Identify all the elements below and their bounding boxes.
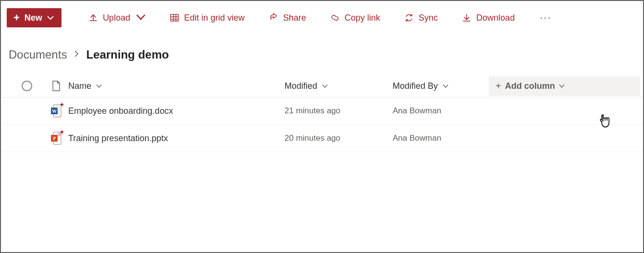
upload-label: Upload	[103, 13, 130, 23]
chevron-down-icon	[136, 12, 146, 24]
share-icon	[269, 13, 278, 23]
copy-link-button[interactable]: Copy link	[323, 9, 387, 27]
download-label: Download	[476, 13, 515, 23]
download-button[interactable]: Download	[455, 9, 521, 27]
link-icon	[330, 13, 340, 23]
more-actions-button[interactable]: ···	[532, 8, 559, 28]
plus-icon: +	[13, 12, 20, 23]
download-icon	[462, 13, 471, 23]
sync-label: Sync	[419, 13, 438, 23]
command-toolbar: + New Upload Edit in grid view Share Cop…	[1, 1, 643, 35]
name-column-header[interactable]: Name	[68, 81, 285, 91]
grid-icon	[170, 13, 179, 23]
chevron-down-icon	[559, 83, 565, 90]
table-header: Name Modified Modified By + Add column	[1, 75, 643, 97]
file-modified: 20 minutes ago	[285, 133, 393, 143]
table-row[interactable]: ✦Training presentation.pptx20 minutes ag…	[1, 125, 643, 152]
file-name[interactable]: Employee onboarding.docx	[68, 106, 285, 116]
select-all-column[interactable]	[10, 81, 44, 91]
name-header-label: Name	[68, 81, 91, 91]
new-label: New	[25, 13, 42, 23]
plus-icon: +	[495, 81, 501, 91]
breadcrumb-current: Learning demo	[86, 48, 169, 61]
modified-header-label: Modified	[285, 81, 317, 91]
chevron-right-icon	[74, 50, 79, 60]
edit-grid-label: Edit in grid view	[184, 13, 245, 23]
new-indicator-icon: ✦	[59, 129, 65, 135]
share-button[interactable]: Share	[262, 9, 313, 27]
edit-grid-button[interactable]: Edit in grid view	[163, 9, 251, 27]
new-button[interactable]: + New	[7, 8, 62, 27]
table-row[interactable]: ✦Employee onboarding.docx21 minutes agoA…	[1, 97, 643, 125]
type-column-header[interactable]	[44, 81, 68, 91]
modified-by-header-label: Modified By	[393, 81, 438, 91]
file-type-icon: ✦	[44, 104, 68, 118]
add-column-button[interactable]: + Add column	[489, 76, 640, 96]
file-modified-by: Ana Bowman	[393, 106, 489, 116]
chevron-down-icon	[96, 83, 102, 90]
svg-rect-0	[171, 14, 178, 21]
ellipsis-icon: ···	[540, 12, 551, 24]
file-type-icon: ✦	[44, 132, 68, 145]
upload-button[interactable]: Upload	[82, 9, 152, 27]
chevron-down-icon	[322, 83, 328, 90]
breadcrumb: Documents Learning demo	[1, 35, 643, 75]
file-name[interactable]: Training presentation.pptx	[68, 133, 285, 144]
modified-column-header[interactable]: Modified	[285, 81, 393, 91]
new-indicator-icon: ✦	[59, 101, 65, 108]
file-modified: 21 minutes ago	[285, 106, 393, 116]
sync-icon	[404, 13, 414, 23]
document-icon	[52, 81, 61, 91]
add-column-label: Add column	[505, 81, 555, 91]
sync-button[interactable]: Sync	[397, 9, 445, 27]
file-modified-by: Ana Bowman	[393, 133, 489, 143]
chevron-down-icon	[443, 83, 448, 90]
breadcrumb-root[interactable]: Documents	[9, 48, 67, 61]
chevron-down-icon	[47, 14, 54, 22]
copy-link-label: Copy link	[345, 13, 380, 23]
modified-by-column-header[interactable]: Modified By	[393, 81, 489, 91]
share-label: Share	[283, 13, 306, 23]
select-all-circle-icon	[22, 81, 32, 91]
upload-icon	[88, 13, 98, 23]
document-list: Name Modified Modified By + Add column ✦…	[1, 75, 643, 152]
